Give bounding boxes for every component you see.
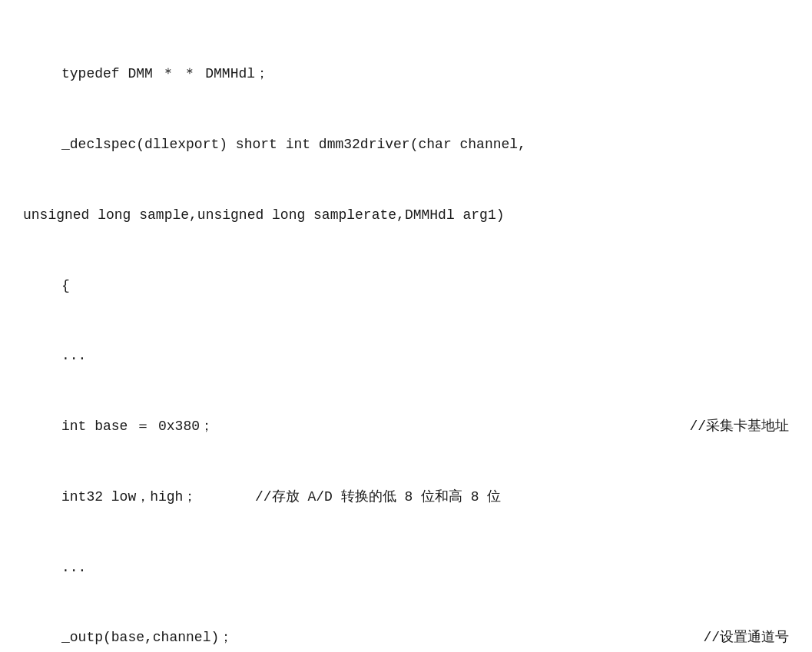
comment-outp-channel: //设置通道号 bbox=[688, 626, 789, 650]
code-open-brace: { bbox=[61, 274, 70, 298]
code-typedef: typedef DMM ＊ ＊ DMMHdl； bbox=[61, 62, 269, 86]
code-block: typedef DMM ＊ ＊ DMMHdl； _declspec(dllexp… bbox=[23, 15, 789, 652]
code-declspec: _declspec(dllexport) short int dmm32driv… bbox=[61, 133, 526, 157]
code-ellipsis1: ... bbox=[61, 344, 86, 368]
line-params: unsigned long sample,unsigned long sampl… bbox=[23, 204, 789, 227]
line-ellipsis1: ... bbox=[23, 344, 789, 368]
code-params: unsigned long sample,unsigned long sampl… bbox=[23, 204, 505, 227]
code-int32: int32 low，high； //存放 A/D 转换的低 8 位和高 8 位 bbox=[61, 485, 501, 509]
line-outp-channel: _outp(base,channel)； //设置通道号 bbox=[23, 626, 789, 650]
code-outp-channel: _outp(base,channel)； bbox=[61, 626, 233, 650]
line-open-brace: { bbox=[23, 274, 789, 298]
line-typedef: typedef DMM ＊ ＊ DMMHdl； bbox=[23, 62, 789, 86]
line-int-base: int base ＝ 0x380； //采集卡基地址 bbox=[23, 415, 789, 439]
line-ellipsis2: ... bbox=[23, 556, 789, 580]
code-int-base: int base ＝ 0x380； bbox=[61, 415, 214, 439]
code-ellipsis2: ... bbox=[61, 556, 86, 580]
comment-int-base: //采集卡基地址 bbox=[674, 415, 789, 439]
line-declspec: _declspec(dllexport) short int dmm32driv… bbox=[23, 133, 789, 157]
line-int32: int32 low，high； //存放 A/D 转换的低 8 位和高 8 位 bbox=[23, 485, 789, 509]
